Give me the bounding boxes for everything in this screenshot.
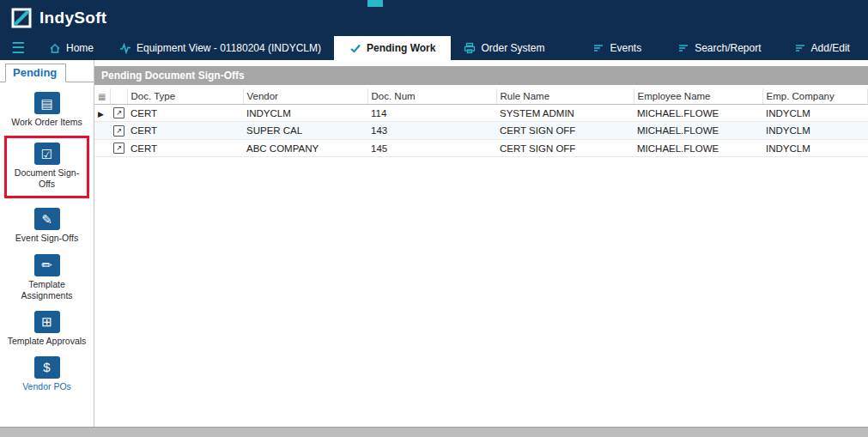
template-approvals-icon: ⊞ (34, 311, 60, 333)
cell-doc-type: CERT (127, 139, 243, 156)
order-system-icon (464, 42, 476, 54)
column-header-vendor[interactable]: Vendor (243, 88, 367, 105)
sidebar-item-template-approvals[interactable]: ⊞ Template Approvals (0, 311, 94, 347)
sidebar-item-label: Document Sign-Offs (8, 167, 86, 190)
cell-vendor: ABC COMPANY (243, 139, 367, 156)
sidebar-item-vendor-pos[interactable]: $ Vendor POs (0, 356, 94, 392)
doc-icon-cell: ↗ (110, 122, 127, 139)
row-selector-cell: ▶ (94, 105, 110, 122)
column-header-doc-num[interactable]: Doc. Num (367, 88, 496, 105)
cell-doc-num: 145 (367, 139, 496, 156)
indysoft-logo: IndySoft (10, 7, 106, 29)
event-sign-offs-icon: ✎ (34, 208, 60, 230)
grid-options-icon[interactable]: ▦ (98, 92, 106, 101)
cell-employee-name: MICHAEL.FLOWE (634, 122, 762, 139)
cell-doc-num: 114 (367, 105, 496, 122)
vendor-pos-icon: $ (34, 356, 60, 379)
sidebar-item-template-assignments[interactable]: ✏ Template Assignments (0, 254, 94, 301)
add-edit-icon (794, 42, 806, 54)
check-icon (349, 42, 361, 54)
sidebar-item-label: Work Order Items (0, 117, 94, 128)
doc-icon-header (110, 88, 127, 105)
cell-emp-company: INDYCLM (762, 122, 868, 139)
nav-item-label: Order System (481, 42, 544, 54)
pending-sign-offs-table: ▦ Doc. Type Vendor Doc. Num Rule Name Em… (94, 88, 868, 157)
sidebar-item-event-sign-offs[interactable]: ✎ Event Sign-Offs (0, 208, 94, 244)
events-icon (592, 42, 604, 54)
main-nav: ☰ Home Equipment View - 01180204 (INDYCL… (0, 36, 868, 60)
cell-doc-type: CERT (127, 122, 243, 139)
cell-rule-name: SYSTEM ADMIN (496, 105, 634, 122)
home-icon (49, 42, 61, 54)
nav-item-label: Search/Report (695, 42, 761, 54)
row-selector-header: ▦ (94, 88, 110, 105)
column-header-employee-name[interactable]: Employee Name (634, 88, 762, 105)
table-row[interactable]: ↗ CERT ABC COMPANY 145 CERT SIGN OFF MIC… (94, 139, 868, 156)
cell-doc-type: CERT (127, 105, 243, 122)
cell-emp-company: INDYCLM (762, 105, 868, 122)
document-sign-offs-icon: ☑ (34, 143, 60, 165)
indysoft-logo-icon (10, 7, 33, 29)
main-content: Pending Document Sign-Offs ▦ Doc. Type V… (94, 60, 868, 427)
sidebar-item-document-sign-offs[interactable]: ☑ Document Sign-Offs (4, 136, 89, 198)
sidebar-item-label: Vendor POs (0, 381, 94, 392)
nav-item-add-edit[interactable]: Add/Edit (781, 36, 863, 60)
cell-employee-name: MICHAEL.FLOWE (634, 105, 762, 122)
nav-item-label: Add/Edit (811, 42, 850, 54)
sidebar-tab-pending[interactable]: Pending (5, 64, 66, 82)
nav-item-label: Home (66, 42, 94, 54)
brand-title: IndySoft (39, 9, 106, 27)
column-header-rule-name[interactable]: Rule Name (496, 88, 634, 105)
nav-item-order-system[interactable]: Order System (451, 36, 557, 60)
open-document-icon[interactable]: ↗ (113, 107, 124, 118)
open-document-icon[interactable]: ↗ (113, 125, 124, 137)
nav-item-pending-work[interactable]: Pending Work (334, 36, 451, 60)
nav-item-label: Events (610, 42, 641, 54)
cell-doc-num: 143 (367, 122, 496, 139)
nav-item-equipment-view[interactable]: Equipment View - 01180204 (INDYCLM) (106, 36, 334, 60)
nav-item-label: Equipment View - 01180204 (INDYCLM) (137, 42, 321, 54)
doc-icon-cell: ↗ (110, 105, 127, 122)
sidebar-title-row: Pending (0, 64, 94, 82)
table-row[interactable]: ▶ ↗ CERT INDYCLM 114 SYSTEM ADMIN MICHAE… (94, 105, 868, 122)
table-header-row: ▦ Doc. Type Vendor Doc. Num Rule Name Em… (94, 88, 868, 105)
cell-rule-name: CERT SIGN OFF (496, 122, 634, 139)
table-row[interactable]: ↗ CERT SUPER CAL 143 CERT SIGN OFF MICHA… (94, 122, 868, 139)
column-header-doc-type[interactable]: Doc. Type (127, 88, 243, 105)
page-title: Pending Document Sign-Offs (94, 66, 868, 85)
open-document-icon[interactable]: ↗ (113, 143, 124, 154)
nav-item-home[interactable]: Home (36, 36, 106, 60)
work-order-items-icon: ▤ (34, 92, 60, 114)
cell-vendor: SUPER CAL (243, 122, 367, 139)
top-accent-mark (367, 0, 383, 7)
search-report-icon (677, 42, 689, 54)
sidebar-item-label: Template Approvals (0, 336, 94, 347)
equipment-view-icon (119, 42, 131, 54)
top-brand-bar: IndySoft (0, 0, 868, 36)
cell-employee-name: MICHAEL.FLOWE (634, 139, 762, 156)
template-assignments-icon: ✏ (34, 254, 60, 276)
row-selector-cell (94, 122, 110, 139)
column-header-emp-company[interactable]: Emp. Company (762, 88, 868, 105)
nav-item-events[interactable]: Events (580, 36, 654, 60)
cell-rule-name: CERT SIGN OFF (496, 139, 634, 156)
selected-row-arrow-icon: ▶ (98, 110, 104, 118)
pending-sidebar: Pending ▤ Work Order Items ☑ Document Si… (0, 60, 94, 427)
sidebar-item-label: Event Sign-Offs (0, 233, 94, 244)
sidebar-item-work-order-items[interactable]: ▤ Work Order Items (0, 92, 94, 128)
nav-item-label: Pending Work (367, 42, 435, 54)
cell-emp-company: INDYCLM (762, 139, 868, 156)
sidebar-item-label: Template Assignments (0, 279, 94, 301)
hamburger-menu-icon[interactable]: ☰ (0, 36, 36, 60)
nav-item-search-report[interactable]: Search/Report (665, 36, 774, 60)
status-bar (0, 427, 868, 437)
row-selector-cell (94, 139, 110, 156)
cell-vendor: INDYCLM (243, 105, 367, 122)
doc-icon-cell: ↗ (110, 139, 127, 156)
